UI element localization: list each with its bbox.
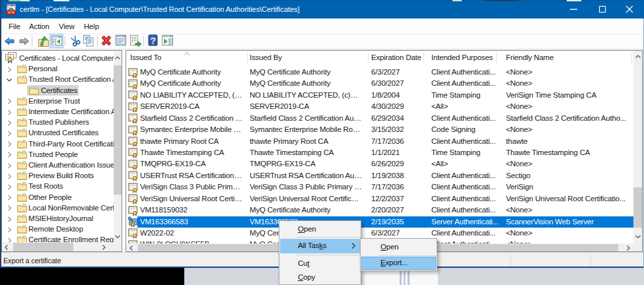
svg-text:?: ? [150, 36, 156, 46]
